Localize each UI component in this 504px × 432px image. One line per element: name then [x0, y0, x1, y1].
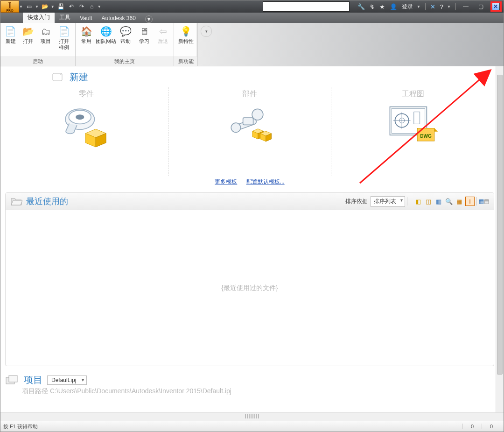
filter-all-icon[interactable]: I — [465, 197, 475, 206]
ribbon-newfeature-button[interactable]: 💡 新特性 — [177, 25, 195, 44]
ribbon-help-button[interactable]: 💬 帮助 — [118, 25, 133, 44]
filter-part-icon[interactable]: ◧ — [414, 197, 422, 205]
ribbon-tab-strip: 快速入门 工具 Vault Autodesk 360 ▾ — [0, 13, 504, 23]
project-path-label: 项目路径 — [22, 387, 48, 395]
ribbon-common-button[interactable]: 🏠 常用 — [78, 25, 94, 44]
link-icon[interactable]: ↯ — [370, 3, 375, 10]
wrench-icon[interactable]: 🔧 — [357, 3, 365, 10]
config-templates-link[interactable]: 配置默认模板... — [246, 178, 285, 185]
panel-launch-title: 启动 — [0, 57, 75, 66]
new-part-label: 零件 — [79, 89, 94, 99]
ribbon-open-button[interactable]: 📂 打开 — [21, 25, 36, 44]
close-button[interactable]: ✕ — [490, 1, 502, 12]
new-drawing-column[interactable]: 工程图 DW — [331, 87, 494, 176]
filter-other-icon[interactable]: ▦ — [455, 197, 463, 205]
login-dropdown-icon[interactable]: ▼ — [417, 5, 420, 9]
project-dropdown[interactable]: Default.ipj — [47, 375, 87, 385]
new-file-icon: 📄 — [4, 25, 17, 38]
panel-myhome: 🏠 常用 🌐 团队网站 💬 帮助 🖥 学习 ⇦ 后退 — [76, 23, 174, 66]
svg-point-10 — [231, 123, 240, 132]
filter-assembly-icon[interactable]: ◫ — [424, 197, 433, 205]
panel-newfeatures-title: 新功能 — [174, 57, 197, 66]
ribbon-new-button[interactable]: 📄 新建 — [3, 25, 18, 44]
new-templates-row: 零件 — [5, 87, 494, 176]
status-cell-1: 0 — [462, 424, 482, 429]
app-window: I PRO ▼ ▭▼ 📂▼ 💾 ↶ ↷ ⌂▼ 🔧 ↯ ★ 👤 登录 ▼ ✕ ?▼… — [0, 0, 504, 432]
svg-rect-29 — [9, 375, 17, 382]
tab-vault[interactable]: Vault — [75, 14, 97, 23]
exchange-icon[interactable]: ✕ — [430, 3, 435, 10]
part-icon — [61, 105, 112, 147]
project-path-line: 项目路径 C:\Users\Public\Documents\Autodesk\… — [22, 387, 494, 396]
ribbon-teamsite-button[interactable]: 🌐 团队网站 — [97, 25, 115, 44]
new-drawing-label: 工程图 — [402, 89, 424, 99]
horizontal-scrollbar[interactable] — [0, 412, 504, 421]
qat-undo-icon[interactable]: ↶ — [68, 3, 75, 10]
minimize-button[interactable]: — — [461, 2, 471, 11]
assembly-icon — [224, 105, 275, 147]
back-arrow-icon: ⇦ — [156, 25, 169, 38]
vertical-scrollbar[interactable] — [496, 66, 504, 412]
app-icon-letter: I — [8, 2, 11, 9]
new-section-icon — [52, 72, 65, 83]
quick-access-toolbar: ▭▼ 📂▼ 💾 ↶ ↷ ⌂▼ — [23, 3, 104, 10]
user-icon[interactable]: 👤 — [390, 3, 397, 10]
drawing-icon: DWG — [387, 105, 439, 147]
title-bar: I PRO ▼ ▭▼ 📂▼ 💾 ↶ ↷ ⌂▼ 🔧 ↯ ★ 👤 登录 ▼ ✕ ?▼… — [0, 0, 504, 13]
ribbon-project-button[interactable]: 🗂 项目 — [38, 25, 53, 44]
filter-presentation-icon[interactable]: 🔍 — [445, 197, 453, 205]
sort-dropdown[interactable]: 排序列表 — [371, 196, 405, 207]
new-assembly-column[interactable]: 部件 — [168, 87, 331, 176]
house-icon: 🏠 — [80, 25, 93, 38]
svg-point-4 — [76, 114, 84, 120]
status-cell-2: 0 — [482, 424, 501, 429]
panel-myhome-title: 我的主页 — [76, 57, 174, 66]
maximize-button[interactable]: ▢ — [476, 2, 486, 11]
search-input[interactable] — [263, 1, 350, 12]
sort-by-label: 排序依据 — [345, 198, 368, 205]
qat-new-icon[interactable]: ▭ — [26, 3, 33, 10]
more-templates-link[interactable]: 更多模板 — [215, 178, 237, 185]
view-tiles-icon[interactable]: ▦ — [479, 198, 484, 205]
recent-filter-toolbar: ◧ ◫ ▥ 🔍 ▦ I — [414, 197, 475, 206]
recent-files-panel: 最近使用的 排序依据 排序列表 ◧ ◫ ▥ 🔍 ▦ I ▦ ▤ — [5, 192, 494, 366]
panel-newfeatures: 💡 新特性 新功能 — [174, 23, 198, 66]
globe-icon: 🌐 — [99, 25, 112, 38]
project-path-value: C:\Users\Public\Documents\Autodesk\Inven… — [50, 387, 231, 395]
vertical-scroll-thumb[interactable] — [497, 75, 503, 375]
login-link[interactable]: 登录 — [402, 3, 413, 11]
qat-home-icon[interactable]: ⌂ — [88, 3, 96, 10]
ribbon: 📄 新建 📂 打开 🗂 项目 📄 打开 样例 启动 — [0, 23, 504, 66]
ribbon-open-sample-button[interactable]: 📄 打开 样例 — [56, 25, 72, 50]
ribbon-learn-button[interactable]: 🖥 学习 — [136, 25, 152, 44]
panel-launch: 📄 新建 📂 打开 🗂 项目 📄 打开 样例 启动 — [0, 23, 76, 66]
ribbon-back-button: ⇦ 后退 — [155, 25, 171, 44]
new-part-column[interactable]: 零件 — [5, 87, 168, 176]
help-icon[interactable]: ? — [440, 3, 443, 10]
horizontal-scroll-grip[interactable] — [245, 414, 259, 418]
recent-header: 最近使用的 排序依据 排序列表 ◧ ◫ ▥ 🔍 ▦ I ▦ ▤ — [6, 193, 494, 210]
tab-autodesk360[interactable]: Autodesk 360 — [97, 14, 140, 23]
speech-help-icon: 💬 — [119, 25, 132, 38]
svg-point-8 — [252, 109, 263, 120]
status-bar: 按 F1 获得帮助 0 0 — [0, 421, 504, 432]
project-folders-icon — [5, 375, 19, 386]
tab-add-icon[interactable]: ▾ — [145, 15, 153, 23]
app-menu-button[interactable]: I PRO — [0, 0, 19, 13]
qat-save-icon[interactable]: 💾 — [57, 3, 65, 10]
project-icon: 🗂 — [39, 25, 52, 38]
section-new-title: 新建 — [70, 71, 88, 84]
globe-file-icon: 📄 — [57, 25, 70, 38]
qat-redo-icon[interactable]: ↷ — [78, 3, 85, 10]
ribbon-expand-button[interactable]: ▾ — [201, 26, 212, 37]
view-list-icon[interactable]: ▤ — [484, 198, 489, 205]
app-menu-dropdown-icon[interactable]: ▼ — [19, 5, 23, 9]
qat-open-icon[interactable]: 📂 — [42, 3, 49, 10]
open-folder-icon: 📂 — [21, 25, 35, 38]
project-title: 项目 — [24, 374, 42, 386]
filter-drawing-icon[interactable]: ▥ — [434, 197, 443, 205]
svg-marker-26 — [434, 128, 438, 132]
tab-quickstart[interactable]: 快速入门 — [23, 12, 55, 23]
tab-tools[interactable]: 工具 — [55, 12, 75, 23]
star-icon[interactable]: ★ — [379, 3, 385, 10]
